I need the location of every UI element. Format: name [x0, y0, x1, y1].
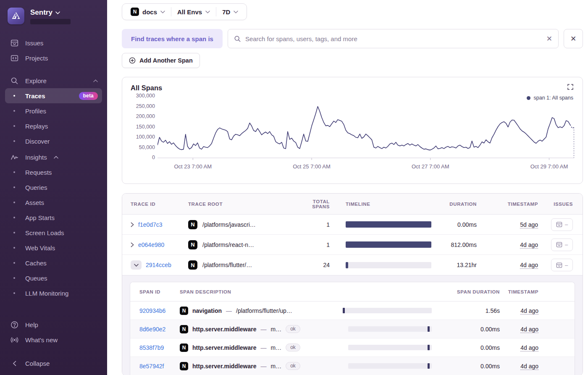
span-id-link[interactable]: 8538f7b9 [139, 344, 164, 351]
chart-area: 050,000100,000150,000200,000250,000300,0… [131, 94, 574, 161]
sidebar-item-caches[interactable]: Caches [5, 255, 102, 270]
dash-separator: — [261, 344, 267, 351]
sidebar-item-app-starts[interactable]: App Starts [5, 210, 102, 225]
span-op: http.server.middleware [192, 344, 257, 351]
chevron-down-icon [55, 11, 60, 14]
sidebar-item-label: What's new [25, 336, 58, 344]
sidebar-item-traces[interactable]: Traces beta [5, 88, 102, 103]
col-issues: ISSUES [538, 202, 583, 207]
trace-id-link[interactable]: 2914cceb [146, 262, 171, 268]
sidebar-item-screen-loads[interactable]: Screen Loads [5, 225, 102, 240]
date-range-selector[interactable]: 7D [216, 7, 244, 17]
nextjs-platform-icon: N [188, 260, 197, 270]
project-selector[interactable]: N docs [125, 7, 171, 17]
chart-title: All Spans [131, 84, 574, 92]
sidebar-item-assets[interactable]: Assets [5, 195, 102, 210]
bullet-icon [10, 262, 18, 264]
span-id-link[interactable]: 920934b6 [139, 307, 165, 314]
span-id-link[interactable]: 8d6e90e2 [139, 326, 165, 333]
issues-button[interactable]: – [551, 218, 573, 231]
add-another-span-button[interactable]: Add Another Span [122, 53, 200, 68]
environment-selector[interactable]: All Envs [171, 7, 216, 17]
span-search-box[interactable]: ✕ [228, 29, 559, 48]
org-switcher[interactable]: Sentry [30, 8, 71, 17]
total-spans: 1 [294, 221, 332, 228]
remove-span-row-button[interactable]: ✕ [564, 29, 583, 48]
timestamp-link[interactable]: 4d ago [520, 262, 538, 268]
clear-search-icon[interactable]: ✕ [546, 35, 552, 42]
bullet-icon [10, 217, 18, 218]
span-timeline-bar [344, 308, 449, 313]
sidebar-item-profiles[interactable]: Profiles [5, 103, 102, 118]
sidebar-nav: Issues Projects Explore Traces [5, 35, 102, 317]
sidebar-item-label: Collapse [25, 360, 50, 367]
dash-separator: — [261, 363, 267, 370]
timestamp-link[interactable]: 4d ago [520, 344, 538, 351]
issues-icon [556, 241, 562, 248]
collapse-row-icon[interactable] [131, 260, 142, 270]
sidebar-item-issues[interactable]: Issues [5, 35, 102, 50]
span-status-badge: ok [286, 362, 300, 370]
trace-id-link[interactable]: e064e980 [138, 241, 164, 248]
chart-x-axis: Oct 23 7:00 AMOct 25 7:00 AMOct 27 7:00 … [158, 161, 574, 172]
bullet-icon [10, 171, 18, 173]
sidebar-item-replays[interactable]: Replays [5, 118, 102, 134]
timestamp-link[interactable]: 4d ago [520, 363, 538, 370]
bullet-icon [10, 277, 18, 279]
sidebar-item-queries[interactable]: Queries [5, 180, 102, 195]
expand-chart-icon[interactable] [567, 84, 573, 90]
nextjs-platform-icon: N [180, 325, 188, 333]
graph-icon [10, 153, 18, 161]
expand-row-icon[interactable] [131, 242, 134, 247]
sidebar-section-insights[interactable]: Insights [5, 149, 102, 165]
date-range-value: 7D [222, 8, 230, 16]
sentry-logo[interactable] [8, 8, 24, 24]
issues-button[interactable]: – [551, 239, 573, 251]
sidebar-item-requests[interactable]: Requests [5, 165, 102, 180]
sidebar-item-help[interactable]: Help [5, 317, 102, 332]
col-total-spans: TOTAL SPANS [294, 199, 332, 209]
sidebar-section-explore[interactable]: Explore [5, 73, 102, 88]
table-row-expanded: 2914cceb N /platforms/flutter/… 24 13.21… [122, 255, 583, 275]
col-trace-id: TRACE ID [122, 202, 185, 207]
span-id-link[interactable]: 8e57942f [139, 363, 164, 370]
col-duration: DURATION [446, 202, 479, 207]
sidebar-collapse-button[interactable]: Collapse [5, 356, 102, 371]
span-op: http.server.middleware [192, 363, 257, 370]
bullet-icon [10, 110, 18, 112]
timestamp-link[interactable]: 5d ago [520, 221, 538, 228]
y-axis-label: 50,000 [139, 144, 155, 150]
sidebar-item-queues[interactable]: Queues [5, 270, 102, 286]
sidebar-item-label: Screen Loads [25, 229, 64, 236]
span-description: m… [271, 344, 282, 351]
issues-icon [556, 262, 562, 268]
issues-button[interactable]: – [551, 259, 573, 271]
timestamp-link[interactable]: 4d ago [520, 241, 538, 248]
bullet-icon [10, 125, 18, 127]
y-axis-label: 100,000 [136, 134, 155, 140]
bullet-icon [10, 95, 18, 97]
chevron-up-icon [54, 156, 58, 159]
sidebar-item-llm-monitoring[interactable]: LLM Monitoring [5, 286, 102, 301]
nextjs-platform-icon: N [180, 307, 188, 315]
bullet-icon [10, 186, 18, 188]
section-label: Insights [25, 154, 47, 161]
span-status-badge: ok [286, 325, 300, 333]
timestamp-link[interactable]: 4d ago [520, 307, 538, 314]
col-trace-root: TRACE ROOT [185, 202, 294, 207]
app-root: Sentry Issues Projects [0, 0, 588, 375]
sidebar-item-web-vitals[interactable]: Web Vitals [5, 240, 102, 255]
timestamp-link[interactable]: 4d ago [520, 326, 538, 333]
sidebar-item-discover[interactable]: Discover [5, 134, 102, 149]
span-timeline-bar [344, 363, 449, 369]
sidebar-item-whats-new[interactable]: What's new [5, 332, 102, 347]
expand-row-icon[interactable] [131, 222, 134, 227]
span-timeline-bar [344, 345, 449, 350]
sidebar-item-label: Projects [25, 55, 48, 62]
broadcast-icon [10, 336, 18, 344]
y-axis-label: 0 [152, 155, 155, 160]
sidebar-item-projects[interactable]: Projects [5, 50, 102, 66]
timeline-bar [332, 241, 446, 248]
span-search-input[interactable] [245, 35, 542, 42]
trace-id-link[interactable]: f1e0d7c3 [138, 221, 163, 228]
